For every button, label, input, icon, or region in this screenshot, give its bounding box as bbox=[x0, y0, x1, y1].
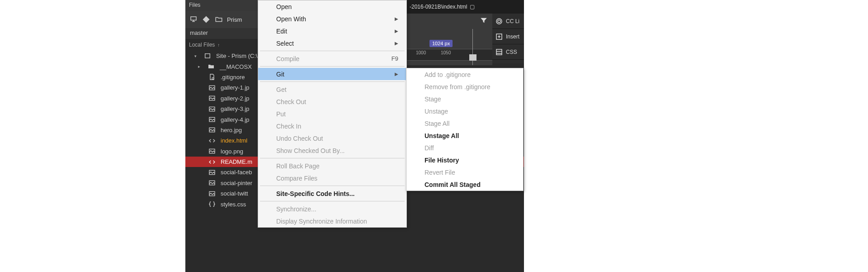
document-tab[interactable]: -2016-0921B\index.html bbox=[410, 4, 467, 10]
ruler-tick: 1050 bbox=[441, 50, 451, 55]
viewport-size-badge[interactable]: 1024 px bbox=[429, 40, 453, 47]
image-icon bbox=[208, 147, 216, 155]
cc-libraries-panel[interactable]: CC Li bbox=[492, 14, 524, 29]
filter-icon[interactable] bbox=[480, 16, 488, 26]
submenu-add-gitignore: Add to .gitignore bbox=[406, 68, 523, 81]
tree-item-label: social-faceb bbox=[221, 169, 252, 176]
submenu-diff: Diff bbox=[406, 142, 523, 154]
menu-synchronize: Synchronize... bbox=[258, 203, 406, 215]
ruler-area: 1024 px 1000 1050 bbox=[407, 29, 492, 65]
site-folder-name: Prism bbox=[227, 16, 242, 23]
svg-point-12 bbox=[496, 19, 502, 24]
image-icon bbox=[208, 84, 216, 92]
menu-display-sync: Display Synchronize Information bbox=[258, 215, 406, 227]
panel-label: CC Li bbox=[506, 18, 519, 24]
menu-code-hints[interactable]: Site-Specific Code Hints... bbox=[258, 187, 406, 200]
tree-item-label: gallery-4.jp bbox=[221, 116, 250, 123]
menu-open[interactable]: Open bbox=[258, 0, 406, 13]
markdown-icon bbox=[208, 158, 216, 166]
submenu-commit-all[interactable]: Commit All Staged bbox=[406, 178, 523, 191]
menu-separator bbox=[260, 66, 405, 67]
menu-separator bbox=[260, 158, 405, 158]
submenu-unstage-all[interactable]: Unstage All bbox=[406, 129, 523, 142]
tree-item-label: social-pinter bbox=[221, 180, 252, 186]
image-icon bbox=[208, 115, 216, 124]
submenu-arrow-icon: ▶ bbox=[395, 41, 398, 46]
git-diamond-icon[interactable] bbox=[201, 14, 212, 25]
menu-separator bbox=[260, 201, 405, 201]
panel-label: CSS bbox=[506, 49, 517, 55]
sort-arrow-icon: ↑ bbox=[217, 43, 220, 48]
menu-separator bbox=[260, 51, 405, 51]
tree-item-label: gallery-2.jp bbox=[221, 95, 250, 102]
image-icon bbox=[208, 126, 216, 134]
css-designer-panel[interactable]: CSS bbox=[492, 44, 524, 60]
shortcut-label: F9 bbox=[392, 55, 398, 62]
menu-edit[interactable]: Edit▶ bbox=[258, 25, 406, 37]
tree-item-label: hero.jpg bbox=[221, 127, 242, 134]
svg-point-2 bbox=[212, 78, 214, 80]
tree-item-label: styles.css bbox=[221, 201, 246, 208]
svg-rect-15 bbox=[496, 49, 502, 55]
ruler-tick: 1000 bbox=[416, 50, 426, 55]
document-toolbar bbox=[407, 14, 492, 29]
file-icon bbox=[208, 73, 216, 81]
svg-rect-0 bbox=[191, 17, 196, 20]
tree-item-label: .gitignore bbox=[221, 74, 245, 81]
menu-show-checked-out: Show Checked Out By... bbox=[258, 144, 406, 157]
expand-icon[interactable]: ▾ bbox=[194, 54, 199, 58]
submenu-unstage: Unstage bbox=[406, 105, 523, 117]
panel-label: Insert bbox=[506, 33, 519, 40]
network-icon[interactable] bbox=[188, 14, 199, 25]
menu-undo-check-out: Undo Check Out bbox=[258, 132, 406, 144]
image-icon bbox=[208, 168, 216, 177]
context-menu: Open Open With▶ Edit▶ Select▶ CompileF9 … bbox=[258, 0, 407, 228]
submenu-arrow-icon: ▶ bbox=[395, 16, 398, 21]
html-icon bbox=[208, 137, 216, 145]
tree-item-label: gallery-1.jp bbox=[221, 84, 250, 91]
menu-separator bbox=[260, 186, 405, 186]
expand-icon[interactable]: ▸ bbox=[198, 64, 203, 69]
css-icon bbox=[208, 200, 216, 208]
tree-item-label: index.html bbox=[221, 137, 247, 144]
image-icon bbox=[208, 94, 216, 102]
tree-item-label: gallery-3.jp bbox=[221, 105, 250, 112]
close-tab-icon[interactable]: ▢ bbox=[470, 4, 475, 10]
menu-compare: Compare Files bbox=[258, 172, 406, 184]
image-icon bbox=[208, 179, 216, 187]
tree-item-label: README.m bbox=[221, 158, 252, 165]
git-submenu: Add to .gitignore Remove from .gitignore… bbox=[406, 68, 524, 191]
image-icon bbox=[208, 190, 216, 198]
submenu-revert-file: Revert File bbox=[406, 166, 523, 178]
menu-check-in: Check In bbox=[258, 120, 406, 132]
menu-roll-back: Roll Back Page bbox=[258, 160, 406, 172]
folder-icon bbox=[207, 62, 215, 71]
insert-panel[interactable]: Insert bbox=[492, 29, 524, 44]
submenu-stage: Stage bbox=[406, 93, 523, 105]
tree-item-label: __MACOSX bbox=[220, 63, 252, 70]
svg-rect-1 bbox=[205, 53, 210, 57]
tree-item-label: logo.png bbox=[221, 148, 243, 155]
menu-open-with[interactable]: Open With▶ bbox=[258, 13, 406, 25]
svg-point-13 bbox=[498, 20, 500, 23]
local-files-label: Local Files bbox=[189, 42, 215, 48]
submenu-arrow-icon: ▶ bbox=[395, 72, 398, 76]
ruler[interactable]: 1000 1050 bbox=[407, 49, 492, 61]
menu-compile: CompileF9 bbox=[258, 52, 406, 65]
menu-git[interactable]: Git▶ bbox=[258, 68, 406, 80]
image-icon bbox=[208, 105, 216, 113]
submenu-stage-all: Stage All bbox=[406, 117, 523, 129]
submenu-file-history[interactable]: File History bbox=[406, 154, 523, 166]
tree-root-label: Site - Prism (C:\ bbox=[216, 52, 258, 59]
side-panel-stack: CC Li Insert CSS bbox=[492, 14, 524, 63]
menu-check-out: Check Out bbox=[258, 95, 406, 108]
breakpoint-handle[interactable] bbox=[469, 54, 476, 61]
menu-select[interactable]: Select▶ bbox=[258, 37, 406, 49]
submenu-arrow-icon: ▶ bbox=[395, 29, 398, 33]
document-tab-strip: -2016-0921B\index.html ▢ bbox=[407, 0, 524, 14]
submenu-remove-gitignore: Remove from .gitignore bbox=[406, 81, 523, 93]
tree-item-label: social-twitt bbox=[221, 190, 248, 197]
folder-icon[interactable] bbox=[213, 14, 224, 25]
menu-get: Get bbox=[258, 83, 406, 95]
menu-put: Put bbox=[258, 108, 406, 120]
